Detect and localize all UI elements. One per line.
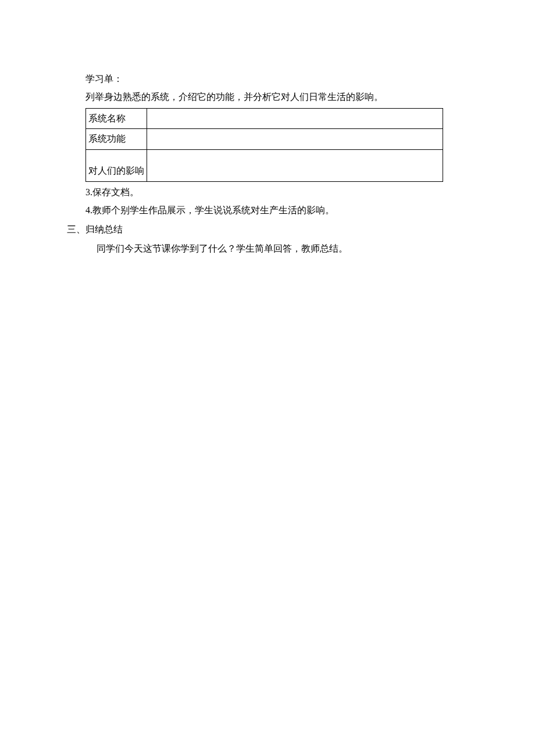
table-row: 系统名称	[86, 108, 443, 129]
row-value-impact	[147, 150, 443, 182]
table-row: 系统功能	[86, 129, 443, 150]
table-row: 对人们的影响	[86, 150, 443, 182]
summary-text: 同学们今天这节课你学到了什么？学生简单回答，教师总结。	[67, 241, 468, 257]
item-3: 3.保存文档。	[67, 184, 468, 201]
worksheet-table: 系统名称 系统功能 对人们的影响	[85, 108, 443, 182]
section-3-heading: 三、归纳总结	[67, 221, 468, 238]
document-page: 学习单： 列举身边熟悉的系统，介绍它的功能，并分析它对人们日常生活的影响。 系统…	[0, 0, 535, 257]
row-value-system-function	[147, 129, 443, 150]
row-label-impact: 对人们的影响	[86, 150, 147, 182]
row-label-system-name: 系统名称	[86, 108, 147, 129]
row-value-system-name	[147, 108, 443, 129]
study-sheet-label: 学习单：	[67, 71, 468, 88]
item-4: 4.教师个别学生作品展示，学生说说系统对生产生活的影响。	[67, 202, 468, 219]
row-label-system-function: 系统功能	[86, 129, 147, 150]
instruction-text: 列举身边熟悉的系统，介绍它的功能，并分析它对人们日常生活的影响。	[67, 89, 468, 106]
